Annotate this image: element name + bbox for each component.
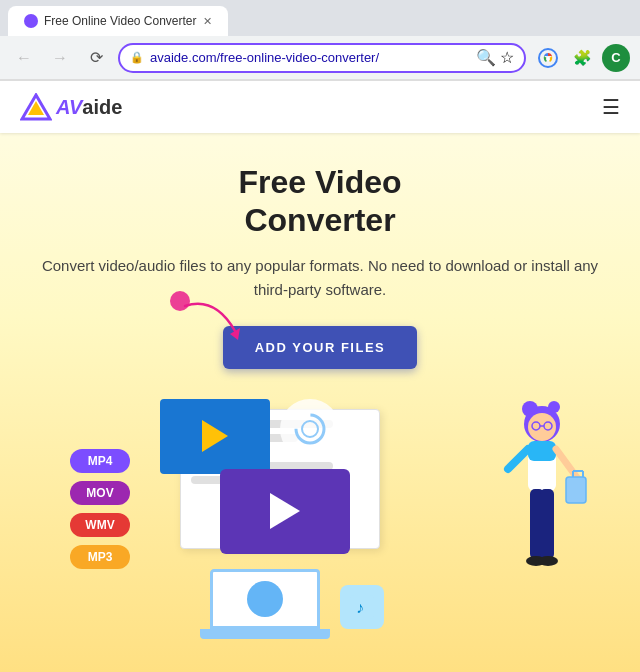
svg-line-19 <box>508 449 528 469</box>
svg-text:♪: ♪ <box>356 599 364 616</box>
hero-subtitle: Convert video/audio files to any popular… <box>40 254 600 302</box>
badge-wmv: WMV <box>70 513 130 537</box>
svg-rect-18 <box>528 441 556 461</box>
hero-title: Free Video Converter <box>40 163 600 240</box>
play-button-white <box>270 493 300 529</box>
browser-chrome: Free Online Video Converter ✕ ← → ⟳ 🔒 av… <box>0 0 640 81</box>
address-bar[interactable]: 🔒 avaide.com/free-online-video-converter… <box>118 43 526 73</box>
logo-text: AVaide <box>56 96 122 119</box>
rotate-icon <box>280 399 340 459</box>
lock-icon: 🔒 <box>130 51 144 64</box>
tab-close-btn[interactable]: ✕ <box>203 15 212 28</box>
person-illustration <box>470 389 590 629</box>
badge-mp4: MP4 <box>70 449 130 473</box>
svg-point-28 <box>538 556 558 566</box>
extensions-icon[interactable]: 🧩 <box>568 44 596 72</box>
svg-point-7 <box>302 421 318 437</box>
svg-point-4 <box>170 291 190 311</box>
address-action-icons: 🔍 ☆ <box>476 48 514 67</box>
laptop-circle <box>247 581 283 617</box>
browser-toolbar: ← → ⟳ 🔒 avaide.com/free-online-video-con… <box>0 36 640 80</box>
forward-button[interactable]: → <box>46 44 74 72</box>
format-badges: MP4 MOV WMV MP3 <box>70 449 130 569</box>
logo-icon <box>20 93 52 121</box>
music-note-box: ♪ <box>340 585 384 629</box>
svg-point-1 <box>546 57 550 61</box>
hamburger-menu[interactable]: ☰ <box>602 95 620 119</box>
google-account-icon[interactable] <box>534 44 562 72</box>
svg-point-6 <box>296 415 324 443</box>
profile-button[interactable]: C <box>602 44 630 72</box>
tab-title: Free Online Video Converter <box>44 14 197 28</box>
laptop-base <box>200 629 330 639</box>
cta-area: ADD YOUR FILES <box>40 326 600 369</box>
search-icon: 🔍 <box>476 48 496 67</box>
toolbar-action-icons: 🧩 C <box>534 44 630 72</box>
active-tab[interactable]: Free Online Video Converter ✕ <box>8 6 228 36</box>
play-button-yellow <box>202 420 228 452</box>
svg-line-20 <box>556 449 578 479</box>
video-card-purple <box>220 469 350 554</box>
site-logo: AVaide <box>20 93 122 121</box>
hero-section: Free Video Converter Convert video/audio… <box>0 133 640 389</box>
star-icon[interactable]: ☆ <box>500 48 514 67</box>
svg-rect-26 <box>540 489 554 559</box>
page-content: AVaide ☰ Free Video Converter Convert vi… <box>0 81 640 672</box>
laptop-illustration <box>200 569 330 649</box>
illustration-area: MP4 MOV WMV MP3 <box>40 389 600 649</box>
svg-point-12 <box>548 401 560 413</box>
person-svg <box>470 389 590 629</box>
laptop-screen <box>210 569 320 629</box>
arrow-decoration <box>160 286 280 356</box>
reload-button[interactable]: ⟳ <box>82 44 110 72</box>
tab-favicon <box>24 14 38 28</box>
address-url: avaide.com/free-online-video-converter/ <box>150 50 470 65</box>
svg-rect-21 <box>566 477 586 503</box>
badge-mov: MOV <box>70 481 130 505</box>
browser-tabs: Free Online Video Converter ✕ <box>0 0 640 36</box>
back-button[interactable]: ← <box>10 44 38 72</box>
site-nav: AVaide ☰ <box>0 81 640 133</box>
video-card-blue <box>160 399 270 474</box>
badge-mp3: MP3 <box>70 545 130 569</box>
